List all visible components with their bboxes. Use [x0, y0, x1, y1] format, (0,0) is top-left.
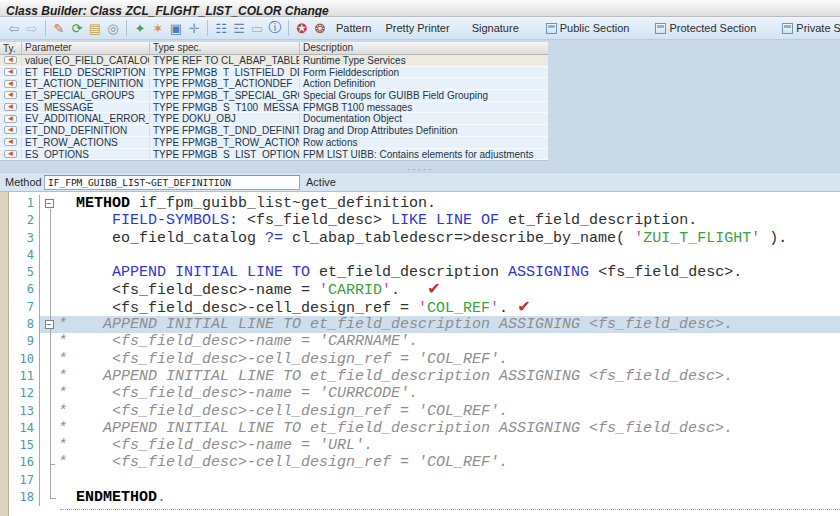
code-segment: LIKE LINE OF — [391, 212, 499, 229]
code-line[interactable]: 18 ENDMETHOD. — [0, 489, 840, 506]
section-icon — [782, 23, 793, 34]
section-button-public-section[interactable]: Public Section — [540, 20, 636, 36]
highlighted-line-body: −* APPEND INITIAL LINE TO et_field_descr… — [40, 316, 840, 333]
parameter-row[interactable]: ◄ET_ACTION_DEFINITIONTYPE FPMGB_T_ACTION… — [0, 78, 548, 90]
refresh-icon[interactable]: ⟳ — [68, 19, 86, 37]
code-text: FIELD-SYMBOLS: <fs_field_desc> LIKE LINE… — [58, 212, 697, 229]
line-body: <fs_field_desc>-name = 'CARRID'. ✔ — [40, 281, 840, 298]
parameter-typespec-cell: TYPE FPMGB_T_LISTFIELD_DESCR — [150, 67, 300, 78]
code-segment: ' — [490, 300, 499, 316]
parameter-typespec-cell: TYPE FPMGB_T_DND_DEFINITION — [150, 125, 300, 136]
parameter-row[interactable]: ◄value( EO_FIELD_CATALOG )TYPE REF TO CL… — [0, 55, 548, 67]
column-header[interactable]: Type spec. — [150, 42, 300, 54]
method-status: Active — [306, 176, 336, 188]
fold-collapse-icon[interactable]: − — [45, 320, 54, 329]
back-icon[interactable]: ⇦ — [5, 19, 23, 37]
method-name-input[interactable] — [44, 175, 300, 190]
code-line[interactable]: 6 <fs_field_desc>-name = 'CARRID'. ✔ — [0, 281, 840, 298]
section-button-private-section[interactable]: Private Section — [776, 20, 840, 36]
code-line[interactable]: 5 APPEND INITIAL LINE TO et_field_descri… — [0, 264, 840, 281]
code-text: * <fs_field_desc>-name = 'CURRCODE'. — [58, 385, 418, 402]
code-segment: COL_REF — [427, 300, 490, 316]
exporting-parameter-icon: ◄ — [4, 150, 17, 158]
parameter-description-cell: Form Fielddescription — [300, 67, 548, 78]
hierarchy-icon[interactable]: ☷ — [212, 19, 230, 37]
copy-icon[interactable]: ▤ — [86, 19, 104, 37]
exporting-parameter-icon: ◄ — [4, 138, 17, 146]
parameter-row[interactable]: ◄ET_DND_DEFINITIONTYPE FPMGB_T_DND_DEFIN… — [0, 125, 548, 137]
line-body: * APPEND INITIAL LINE TO et_field_descri… — [40, 420, 840, 437]
fold-connector-method-tick — [50, 498, 56, 499]
section-button-label: Private Section — [796, 22, 840, 34]
code-segment — [58, 489, 76, 506]
section-button-protected-section[interactable]: Protected Section — [649, 20, 762, 36]
section-button-label: Protected Section — [669, 22, 756, 34]
parameter-row[interactable]: ◄ES_MESSAGETYPE FPMGB_S_T100_MESSAGEFPMG… — [0, 102, 548, 114]
line-body — [40, 472, 840, 489]
code-line[interactable]: 1− METHOD if_fpm_guibb_list~get_definiti… — [0, 195, 840, 212]
code-line[interactable]: 4 — [0, 247, 840, 264]
code-line[interactable]: 17 — [0, 472, 840, 489]
pattern-button[interactable]: Pattern — [329, 20, 378, 36]
code-line[interactable]: 11* APPEND INITIAL LINE TO et_field_desc… — [0, 368, 840, 385]
parameter-type-cell: ◄ — [0, 113, 22, 124]
column-header[interactable]: Parameter — [22, 42, 150, 54]
info-icon[interactable]: ⓘ — [266, 19, 284, 37]
code-segment: FIELD-SYMBOLS: — [112, 212, 238, 229]
code-line[interactable]: 16* <fs_field_desc>-cell_design_ref = 'C… — [0, 454, 840, 471]
parameter-typespec-cell: TYPE FPMGB_T_SPECIAL_GROUPS — [150, 90, 300, 101]
parameter-name-cell: value( EO_FIELD_CATALOG ) — [22, 55, 150, 66]
parameters-table-header: Ty.ParameterType spec.Description — [0, 42, 548, 55]
parameter-description-cell: Action Definition — [300, 78, 548, 89]
test-icon[interactable]: ▣ — [167, 19, 185, 37]
syntax-check-icon[interactable]: ❂ — [311, 19, 329, 37]
activate-icon[interactable]: ✶ — [149, 19, 167, 37]
parameter-row[interactable]: ◄ET_FIELD_DESCRIPTIONTYPE FPMGB_T_LISTFI… — [0, 67, 548, 79]
code-line[interactable]: 10* <fs_field_desc>-cell_design_ref = 'C… — [0, 351, 840, 368]
where-used-icon[interactable]: ✦ — [131, 19, 149, 37]
parameter-type-cell: ◄ — [0, 67, 22, 78]
code-line[interactable]: 8−* APPEND INITIAL LINE TO et_field_desc… — [0, 316, 840, 333]
code-line[interactable]: 15* <fs_field_desc>-name = 'URL'. — [0, 437, 840, 454]
code-line[interactable]: 7 <fs_field_desc>-cell_design_ref = 'COL… — [0, 299, 840, 316]
code-text: * APPEND INITIAL LINE TO et_field_descri… — [58, 316, 733, 333]
forward-icon[interactable]: ⇨ — [23, 19, 41, 37]
code-line[interactable]: 9* <fs_field_desc>-name = 'CARRNAME'. — [0, 333, 840, 350]
code-segment: APPEND INITIAL LINE TO — [112, 264, 310, 281]
line-body: * <fs_field_desc>-cell_design_ref = 'COL… — [40, 454, 840, 471]
code-line[interactable]: 14* APPEND INITIAL LINE TO et_field_desc… — [0, 420, 840, 437]
deactivate-icon[interactable]: ◎ — [104, 19, 122, 37]
code-editor[interactable]: 1− METHOD if_fpm_guibb_list~get_definiti… — [0, 192, 840, 516]
code-lines: 1− METHOD if_fpm_guibb_list~get_definiti… — [0, 195, 840, 506]
parameter-row[interactable]: ◄EV_ADDITIONAL_ERROR_INFOTYPE DOKU_OBJDo… — [0, 113, 548, 125]
code-segment: eo_field_catalog — [58, 230, 265, 247]
code-text: ENDMETHOD. — [58, 489, 166, 506]
code-line[interactable]: 13* <fs_field_desc>-cell_design_ref = 'C… — [0, 403, 840, 420]
pretty-printer-button[interactable]: Pretty Printer — [378, 20, 456, 36]
code-line[interactable]: 3 eo_field_catalog ?= cl_abap_tabledescr… — [0, 230, 840, 247]
parameter-row[interactable]: ◄ET_ROW_ACTIONSTYPE FPMGB_T_ROW_ACTIONRo… — [0, 137, 548, 149]
breakpoint-gutter[interactable] — [0, 192, 9, 516]
column-header[interactable]: Ty. — [0, 42, 22, 54]
check-icon[interactable]: ✪ — [293, 19, 311, 37]
line-body: ENDMETHOD. — [40, 489, 840, 506]
code-segment: ). — [760, 230, 787, 247]
parameter-name-cell: ET_ACTION_DEFINITION — [22, 78, 150, 89]
signature-button[interactable]: Signature — [465, 20, 526, 36]
sort-icon[interactable]: ☲ — [230, 19, 248, 37]
fold-collapse-icon[interactable]: − — [45, 199, 54, 208]
column-header[interactable]: Description — [300, 42, 548, 54]
display-change-icon[interactable]: ✎ — [50, 19, 68, 37]
code-line[interactable]: 12* <fs_field_desc>-name = 'CURRCODE'. — [0, 385, 840, 402]
line-body: APPEND INITIAL LINE TO et_field_descript… — [40, 264, 840, 281]
code-text: * <fs_field_desc>-cell_design_ref = 'COL… — [58, 454, 508, 471]
layout-icon[interactable]: ▭ — [248, 19, 266, 37]
section-icon — [655, 23, 666, 34]
code-line[interactable]: 2 FIELD-SYMBOLS: <fs_field_desc> LIKE LI… — [0, 212, 840, 229]
parameter-row[interactable]: ◄ES_OPTIONSTYPE FPMGB_S_LIST_OPTIONSFPM … — [0, 149, 548, 161]
parameter-type-cell: ◄ — [0, 125, 22, 136]
line-body: * <fs_field_desc>-cell_design_ref = 'COL… — [40, 351, 840, 368]
navigate-icon[interactable]: ✛ — [185, 19, 203, 37]
code-segment: <fs_field_desc>-name = — [58, 282, 319, 298]
parameter-row[interactable]: ◄ET_SPECIAL_GROUPSTYPE FPMGB_T_SPECIAL_G… — [0, 90, 548, 102]
